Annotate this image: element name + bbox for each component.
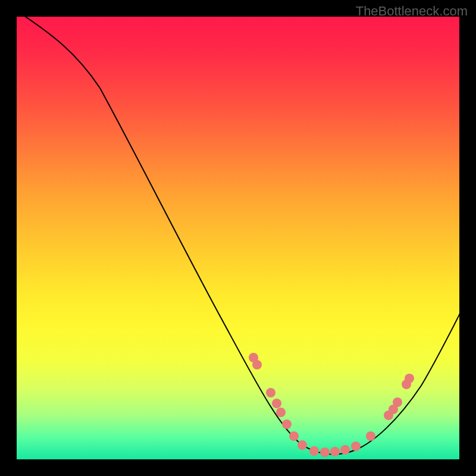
data-point: [330, 447, 340, 456]
data-point: [405, 374, 414, 383]
data-point: [276, 408, 286, 417]
data-point: [298, 440, 307, 450]
data-point: [309, 446, 319, 456]
data-point: [351, 441, 361, 451]
data-point: [282, 419, 292, 429]
data-point: [272, 399, 281, 408]
curve-path: [17, 17, 459, 455]
data-point: [320, 447, 330, 457]
plot-area: [17, 17, 459, 459]
data-point: [340, 445, 350, 455]
chart-svg: [17, 17, 459, 459]
data-point: [393, 397, 402, 407]
data-point: [266, 388, 275, 397]
data-point: [366, 431, 375, 441]
watermark-text: TheBottleneck.com: [356, 4, 468, 19]
data-point: [252, 360, 262, 369]
data-point: [289, 431, 299, 441]
dots-group: [249, 353, 414, 457]
